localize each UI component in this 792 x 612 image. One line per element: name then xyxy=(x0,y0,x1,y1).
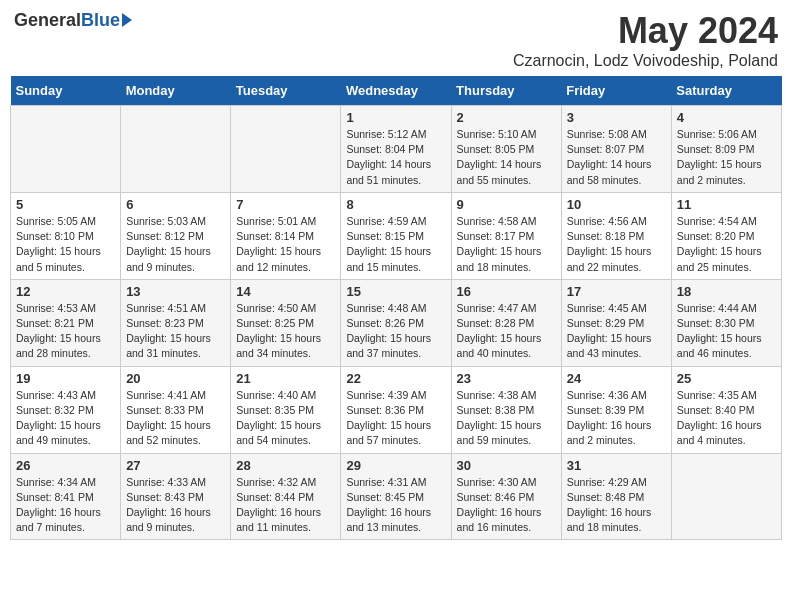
day-number: 1 xyxy=(346,110,445,125)
main-title: May 2024 xyxy=(513,10,778,52)
day-info: Sunrise: 5:08 AMSunset: 8:07 PMDaylight:… xyxy=(567,127,666,188)
calendar-cell: 24Sunrise: 4:36 AMSunset: 8:39 PMDayligh… xyxy=(561,366,671,453)
day-number: 30 xyxy=(457,458,556,473)
calendar-cell: 16Sunrise: 4:47 AMSunset: 8:28 PMDayligh… xyxy=(451,279,561,366)
logo-arrow-icon xyxy=(122,13,132,27)
day-number: 31 xyxy=(567,458,666,473)
day-number: 21 xyxy=(236,371,335,386)
day-info: Sunrise: 4:53 AMSunset: 8:21 PMDaylight:… xyxy=(16,301,115,362)
calendar-cell: 4Sunrise: 5:06 AMSunset: 8:09 PMDaylight… xyxy=(671,106,781,193)
day-info: Sunrise: 5:03 AMSunset: 8:12 PMDaylight:… xyxy=(126,214,225,275)
day-number: 3 xyxy=(567,110,666,125)
header-day-tuesday: Tuesday xyxy=(231,76,341,106)
day-number: 19 xyxy=(16,371,115,386)
day-number: 15 xyxy=(346,284,445,299)
day-info: Sunrise: 5:06 AMSunset: 8:09 PMDaylight:… xyxy=(677,127,776,188)
calendar-cell: 14Sunrise: 4:50 AMSunset: 8:25 PMDayligh… xyxy=(231,279,341,366)
day-info: Sunrise: 4:58 AMSunset: 8:17 PMDaylight:… xyxy=(457,214,556,275)
calendar-cell: 12Sunrise: 4:53 AMSunset: 8:21 PMDayligh… xyxy=(11,279,121,366)
day-number: 10 xyxy=(567,197,666,212)
logo-general-text: General xyxy=(14,10,81,31)
day-number: 6 xyxy=(126,197,225,212)
day-number: 24 xyxy=(567,371,666,386)
day-number: 25 xyxy=(677,371,776,386)
day-number: 23 xyxy=(457,371,556,386)
calendar-week-row: 12Sunrise: 4:53 AMSunset: 8:21 PMDayligh… xyxy=(11,279,782,366)
calendar-table: SundayMondayTuesdayWednesdayThursdayFrid… xyxy=(10,76,782,540)
day-info: Sunrise: 4:45 AMSunset: 8:29 PMDaylight:… xyxy=(567,301,666,362)
header-day-thursday: Thursday xyxy=(451,76,561,106)
day-info: Sunrise: 4:36 AMSunset: 8:39 PMDaylight:… xyxy=(567,388,666,449)
day-number: 2 xyxy=(457,110,556,125)
calendar-cell: 10Sunrise: 4:56 AMSunset: 8:18 PMDayligh… xyxy=(561,192,671,279)
day-number: 18 xyxy=(677,284,776,299)
header-day-saturday: Saturday xyxy=(671,76,781,106)
day-info: Sunrise: 5:10 AMSunset: 8:05 PMDaylight:… xyxy=(457,127,556,188)
header-day-friday: Friday xyxy=(561,76,671,106)
calendar-cell: 26Sunrise: 4:34 AMSunset: 8:41 PMDayligh… xyxy=(11,453,121,540)
calendar-cell xyxy=(11,106,121,193)
day-number: 16 xyxy=(457,284,556,299)
day-info: Sunrise: 4:34 AMSunset: 8:41 PMDaylight:… xyxy=(16,475,115,536)
calendar-cell: 9Sunrise: 4:58 AMSunset: 8:17 PMDaylight… xyxy=(451,192,561,279)
day-info: Sunrise: 4:29 AMSunset: 8:48 PMDaylight:… xyxy=(567,475,666,536)
calendar-cell: 3Sunrise: 5:08 AMSunset: 8:07 PMDaylight… xyxy=(561,106,671,193)
title-section: May 2024 Czarnocin, Lodz Voivodeship, Po… xyxy=(513,10,778,70)
calendar-cell: 23Sunrise: 4:38 AMSunset: 8:38 PMDayligh… xyxy=(451,366,561,453)
calendar-week-row: 26Sunrise: 4:34 AMSunset: 8:41 PMDayligh… xyxy=(11,453,782,540)
day-info: Sunrise: 4:56 AMSunset: 8:18 PMDaylight:… xyxy=(567,214,666,275)
calendar-cell: 18Sunrise: 4:44 AMSunset: 8:30 PMDayligh… xyxy=(671,279,781,366)
calendar-week-row: 19Sunrise: 4:43 AMSunset: 8:32 PMDayligh… xyxy=(11,366,782,453)
day-info: Sunrise: 4:32 AMSunset: 8:44 PMDaylight:… xyxy=(236,475,335,536)
calendar-cell: 27Sunrise: 4:33 AMSunset: 8:43 PMDayligh… xyxy=(121,453,231,540)
day-number: 13 xyxy=(126,284,225,299)
day-info: Sunrise: 4:31 AMSunset: 8:45 PMDaylight:… xyxy=(346,475,445,536)
day-number: 29 xyxy=(346,458,445,473)
header-day-wednesday: Wednesday xyxy=(341,76,451,106)
day-info: Sunrise: 4:54 AMSunset: 8:20 PMDaylight:… xyxy=(677,214,776,275)
day-number: 17 xyxy=(567,284,666,299)
day-info: Sunrise: 4:33 AMSunset: 8:43 PMDaylight:… xyxy=(126,475,225,536)
day-info: Sunrise: 4:50 AMSunset: 8:25 PMDaylight:… xyxy=(236,301,335,362)
calendar-cell: 22Sunrise: 4:39 AMSunset: 8:36 PMDayligh… xyxy=(341,366,451,453)
day-info: Sunrise: 4:38 AMSunset: 8:38 PMDaylight:… xyxy=(457,388,556,449)
calendar-cell xyxy=(671,453,781,540)
page-header: General Blue May 2024 Czarnocin, Lodz Vo… xyxy=(10,10,782,70)
calendar-cell: 5Sunrise: 5:05 AMSunset: 8:10 PMDaylight… xyxy=(11,192,121,279)
day-number: 8 xyxy=(346,197,445,212)
calendar-cell: 13Sunrise: 4:51 AMSunset: 8:23 PMDayligh… xyxy=(121,279,231,366)
day-number: 26 xyxy=(16,458,115,473)
day-info: Sunrise: 4:51 AMSunset: 8:23 PMDaylight:… xyxy=(126,301,225,362)
day-number: 27 xyxy=(126,458,225,473)
calendar-cell xyxy=(121,106,231,193)
calendar-week-row: 1Sunrise: 5:12 AMSunset: 8:04 PMDaylight… xyxy=(11,106,782,193)
calendar-cell: 19Sunrise: 4:43 AMSunset: 8:32 PMDayligh… xyxy=(11,366,121,453)
calendar-cell: 11Sunrise: 4:54 AMSunset: 8:20 PMDayligh… xyxy=(671,192,781,279)
day-info: Sunrise: 4:59 AMSunset: 8:15 PMDaylight:… xyxy=(346,214,445,275)
day-number: 20 xyxy=(126,371,225,386)
day-number: 11 xyxy=(677,197,776,212)
header-day-sunday: Sunday xyxy=(11,76,121,106)
calendar-cell: 17Sunrise: 4:45 AMSunset: 8:29 PMDayligh… xyxy=(561,279,671,366)
calendar-cell: 1Sunrise: 5:12 AMSunset: 8:04 PMDaylight… xyxy=(341,106,451,193)
calendar-cell: 6Sunrise: 5:03 AMSunset: 8:12 PMDaylight… xyxy=(121,192,231,279)
day-info: Sunrise: 4:35 AMSunset: 8:40 PMDaylight:… xyxy=(677,388,776,449)
calendar-cell: 20Sunrise: 4:41 AMSunset: 8:33 PMDayligh… xyxy=(121,366,231,453)
calendar-week-row: 5Sunrise: 5:05 AMSunset: 8:10 PMDaylight… xyxy=(11,192,782,279)
logo: General Blue xyxy=(14,10,132,31)
calendar-cell: 25Sunrise: 4:35 AMSunset: 8:40 PMDayligh… xyxy=(671,366,781,453)
day-info: Sunrise: 4:41 AMSunset: 8:33 PMDaylight:… xyxy=(126,388,225,449)
day-number: 7 xyxy=(236,197,335,212)
calendar-cell: 2Sunrise: 5:10 AMSunset: 8:05 PMDaylight… xyxy=(451,106,561,193)
calendar-cell: 31Sunrise: 4:29 AMSunset: 8:48 PMDayligh… xyxy=(561,453,671,540)
calendar-cell xyxy=(231,106,341,193)
day-info: Sunrise: 4:39 AMSunset: 8:36 PMDaylight:… xyxy=(346,388,445,449)
calendar-cell: 7Sunrise: 5:01 AMSunset: 8:14 PMDaylight… xyxy=(231,192,341,279)
day-number: 4 xyxy=(677,110,776,125)
calendar-cell: 29Sunrise: 4:31 AMSunset: 8:45 PMDayligh… xyxy=(341,453,451,540)
day-number: 14 xyxy=(236,284,335,299)
subtitle: Czarnocin, Lodz Voivodeship, Poland xyxy=(513,52,778,70)
day-info: Sunrise: 5:12 AMSunset: 8:04 PMDaylight:… xyxy=(346,127,445,188)
day-info: Sunrise: 5:05 AMSunset: 8:10 PMDaylight:… xyxy=(16,214,115,275)
day-number: 22 xyxy=(346,371,445,386)
